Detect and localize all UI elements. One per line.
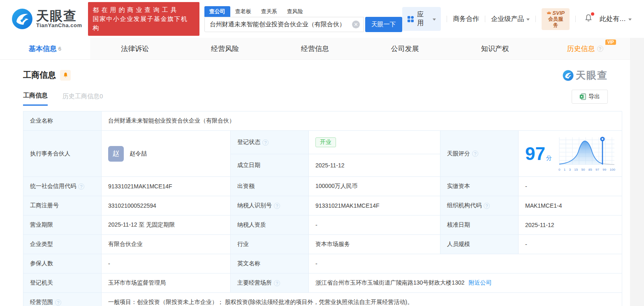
table-row: 营业期限 2025-11-12 至 无固定期限 纳税人资质 - 核准日期 202…: [23, 216, 622, 235]
field-value-capital: 100000万人民币: [309, 177, 440, 196]
field-value-org-code: MAK1MCE1-4: [519, 196, 622, 216]
field-label-business-address: 主要经营场所?: [231, 274, 309, 293]
table-row: 参保人数 - 英文名称 -: [23, 254, 622, 274]
svip-line1: SVIP: [552, 10, 565, 16]
tab-intellectual-property[interactable]: 知识产权: [450, 38, 540, 59]
help-icon[interactable]: ?: [274, 203, 280, 209]
enterprise-products-label: 企业级产品: [491, 15, 524, 23]
chart-x-axis: 0131550859799100: [558, 168, 616, 172]
search-area: 查公司 查老板 查关系 查风险 ✕ 天眼一下: [204, 6, 403, 32]
search-tab-boss[interactable]: 查老板: [230, 6, 256, 17]
tab-basic-info-count: 6: [58, 46, 61, 52]
subtab-row: 工商信息 历史工商信息0 导出: [23, 91, 622, 106]
field-value-executive-partner: 赵 赵令喆: [102, 131, 231, 177]
field-label-english-name: 英文名称: [231, 254, 309, 274]
partner-name-link[interactable]: 赵令喆: [130, 150, 147, 158]
chevron-down-icon: [526, 19, 530, 21]
field-value-industry: 资本市场服务: [309, 235, 440, 254]
tianyancha-swirl-icon: [563, 70, 574, 81]
field-label-company-type: 企业类型: [23, 235, 102, 254]
table-row: 登记机关 玉环市市场监督管理局 主要经营场所? 浙江省台州市玉环市玉城街道广陵南…: [23, 274, 622, 293]
tianyancha-watermark: 天眼查: [563, 69, 608, 82]
apps-menu[interactable]: 应用: [402, 7, 441, 31]
address-text: 浙江省台州市玉环市玉城街道广陵南路130号财政大楼1302: [315, 279, 465, 286]
field-value-business-address: 浙江省台州市玉环市玉城街道广陵南路130号财政大楼1302附近公司: [309, 274, 622, 293]
field-label-paid-capital: 实缴资本: [440, 177, 519, 196]
monitor-bell-button[interactable]: [60, 70, 71, 81]
slogan-line2: 国家中小企业发展子基金旗下机构: [93, 14, 195, 32]
org-code-label: 组织机构代码: [447, 202, 482, 209]
field-value-business-scope: 一般项目：创业投资（限投资未上市企业）； 股权投资(除依法须经批准的项目外，凭营…: [102, 293, 622, 306]
subtab-business-info[interactable]: 工商信息: [23, 92, 48, 106]
tab-history-info[interactable]: 历史信息 VIP ?: [540, 38, 630, 59]
search-tab-relation[interactable]: 查关系: [256, 6, 282, 17]
notifications-button[interactable]: [584, 14, 593, 24]
help-icon[interactable]: ?: [78, 183, 84, 190]
field-label-establish-date: 成立日期: [231, 154, 309, 177]
tianyancha-logo[interactable]: 天眼查 TianYanCha.com: [12, 8, 82, 30]
section-title: 工商信息: [23, 70, 56, 81]
export-label: 导出: [588, 93, 600, 100]
field-value-reg-status: 开业: [309, 131, 440, 154]
taxpayer-id-label: 纳税人识别号: [237, 202, 272, 209]
field-label-executive-partner: 执行事务合伙人: [23, 131, 102, 177]
help-icon[interactable]: ?: [597, 46, 603, 52]
field-value-business-term: 2025-11-12 至 无固定期限: [102, 216, 231, 235]
nearby-companies-link[interactable]: 附近公司: [469, 279, 492, 286]
business-info-table: 企业名称 台州财通未来智能创业投资合伙企业（有限合伙） 执行事务合伙人 赵 赵令…: [23, 111, 622, 306]
status-badge: 开业: [315, 137, 336, 147]
field-value-taxpayer-quality: -: [309, 216, 440, 235]
tab-company-development[interactable]: 公司发展: [360, 38, 450, 59]
slogan-line1: 都在用的商业查询工具: [93, 5, 195, 14]
slogan-badge: 都在用的商业查询工具 国家中小企业发展子基金旗下机构: [88, 2, 199, 36]
business-cooperation-link[interactable]: 商务合作: [453, 15, 479, 23]
search-tab-risk[interactable]: 查风险: [282, 6, 308, 17]
subtab-history-business-info[interactable]: 历史工商信息0: [63, 93, 103, 105]
axis-tick-label: 0: [558, 168, 560, 172]
tab-history-info-label: 历史信息: [567, 44, 595, 53]
logo-title: 天眼查: [36, 10, 82, 22]
clear-search-icon[interactable]: ✕: [352, 21, 360, 28]
field-label-company-name: 企业名称: [23, 111, 102, 131]
help-icon[interactable]: ?: [472, 151, 478, 157]
business-info-section: 工商信息 天眼查 工商信息 历史工商信息0: [0, 60, 630, 306]
field-value-paid-capital: -: [519, 177, 622, 196]
field-value-approval-date: 2025-11-12: [519, 216, 622, 235]
reg-status-label: 登记状态: [237, 139, 260, 146]
bell-icon: [63, 72, 69, 78]
chevron-down-icon: [628, 19, 632, 21]
help-icon[interactable]: ?: [262, 139, 269, 146]
axis-tick-label: 97: [595, 168, 599, 172]
user-menu[interactable]: 此处有…: [600, 15, 632, 23]
search-input[interactable]: [204, 17, 364, 32]
axis-tick-label: 100: [610, 168, 615, 172]
enterprise-products-menu[interactable]: 企业级产品: [491, 15, 530, 23]
search-tab-company[interactable]: 查公司: [204, 6, 230, 17]
score-label: 天眼评分: [447, 150, 470, 158]
vip-badge: VIP: [605, 39, 616, 45]
axis-tick-label: 85: [588, 168, 592, 172]
bell-curve-chart: [558, 136, 616, 166]
tianyancha-swirl-icon: [12, 8, 33, 30]
field-label-credit-code: 统一社会信用代码?: [23, 177, 102, 196]
svip-member-button[interactable]: SVIP 会员服务: [542, 8, 570, 30]
apps-label: 应用: [417, 10, 430, 28]
tab-operation-risk[interactable]: 经营风险: [180, 38, 270, 59]
tab-operation-info[interactable]: 经营信息: [270, 38, 360, 59]
score-distribution-chart[interactable]: 0131550859799100: [558, 136, 616, 172]
field-label-score: 天眼评分?: [440, 131, 519, 177]
search-button[interactable]: 天眼一下: [365, 17, 402, 32]
table-row: 企业名称 台州财通未来智能创业投资合伙企业（有限合伙）: [23, 111, 622, 131]
avatar[interactable]: 赵: [108, 146, 124, 162]
help-icon[interactable]: ?: [274, 280, 280, 286]
export-button[interactable]: 导出: [572, 90, 608, 104]
field-value-credit-code: 91331021MAK1MCE14F: [102, 177, 231, 196]
excel-icon: [579, 93, 586, 100]
field-value-company-type: 有限合伙企业: [102, 235, 231, 254]
business-scope-label: 经营范围: [30, 299, 53, 306]
tab-basic-info[interactable]: 基本信息 6: [0, 38, 90, 59]
field-label-taxpayer-id: 纳税人识别号?: [231, 196, 309, 216]
help-icon[interactable]: ?: [55, 299, 61, 306]
help-icon[interactable]: ?: [484, 203, 490, 209]
tab-legal-litigation[interactable]: 法律诉讼: [90, 38, 180, 59]
